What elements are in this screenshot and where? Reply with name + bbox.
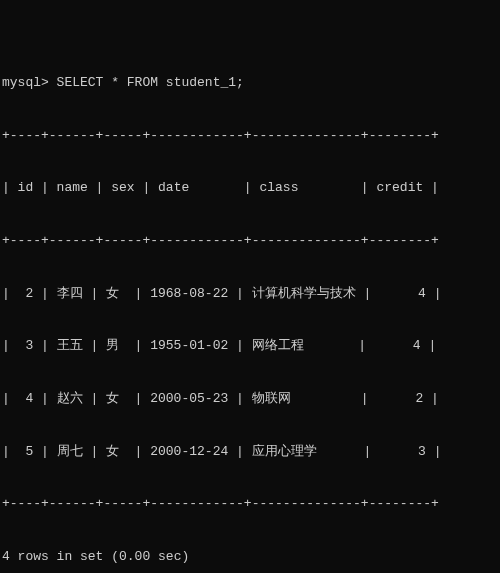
result-summary: 4 rows in set (0.00 sec) — [2, 548, 498, 566]
prompt-line[interactable]: mysql> SELECT * FROM student_1; — [2, 74, 498, 92]
table-border: +----+------+-----+------------+--------… — [2, 232, 498, 250]
table-row: | 2 | 李四 | 女 | 1968-08-22 | 计算机科学与技术 | 4… — [2, 285, 498, 303]
table-border: +----+------+-----+------------+--------… — [2, 127, 498, 145]
table-row: | 5 | 周七 | 女 | 2000-12-24 | 应用心理学 | 3 | — [2, 443, 498, 461]
terminal-output: mysql> SELECT * FROM student_1; +----+--… — [0, 0, 500, 573]
table-border: +----+------+-----+------------+--------… — [2, 495, 498, 513]
table-header: | id | name | sex | date | class | credi… — [2, 179, 498, 197]
table-row: | 3 | 王五 | 男 | 1955-01-02 | 网络工程 | 4 | — [2, 337, 498, 355]
table-row: | 4 | 赵六 | 女 | 2000-05-23 | 物联网 | 2 | — [2, 390, 498, 408]
